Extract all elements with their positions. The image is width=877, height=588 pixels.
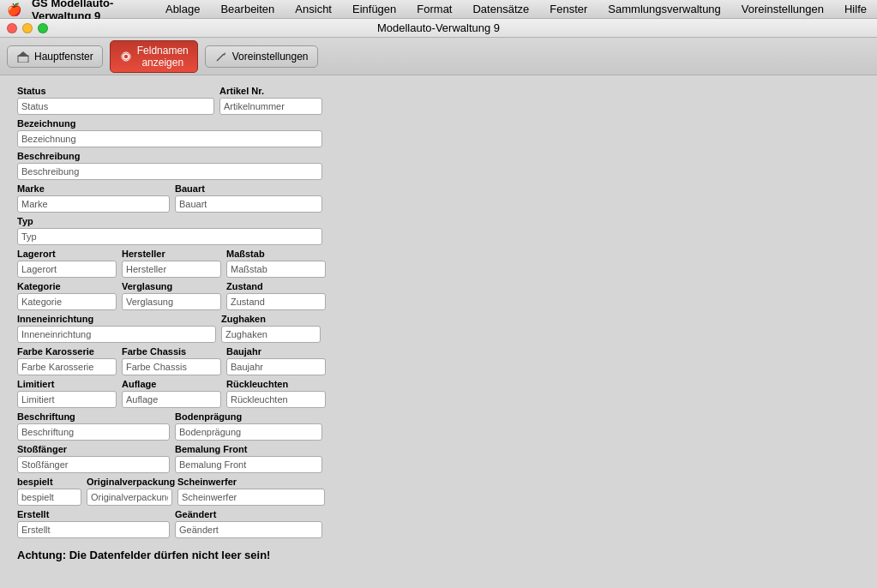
rueckleuchten-label: Rückleuchten bbox=[226, 379, 326, 389]
rueckleuchten-input[interactable] bbox=[226, 391, 326, 408]
kategorie-row: Kategorie Verglasung Zustand bbox=[17, 281, 860, 310]
beschreibung-row: Beschreibung bbox=[17, 151, 860, 180]
hersteller-label: Hersteller bbox=[122, 249, 221, 259]
menu-fenster[interactable]: Fenster bbox=[546, 3, 591, 15]
innen-zughaken-row: Inneneinrichtung Zughaken bbox=[17, 314, 860, 343]
status-input[interactable] bbox=[17, 98, 214, 115]
scheinwerfer-col: Scheinwerfer bbox=[177, 477, 325, 506]
status-row: Status Artikel Nr. bbox=[17, 86, 860, 115]
menu-items: Ablage Bearbeiten Ansicht Einfügen Forma… bbox=[162, 3, 870, 15]
bespielt-col: bespielt bbox=[17, 477, 81, 506]
baujahr-input[interactable] bbox=[226, 358, 326, 375]
bodenpraegung-label: Bodenprägung bbox=[175, 411, 322, 422]
titlebar: Modellauto-Verwaltung 9 bbox=[0, 19, 877, 38]
farbe-chassis-input[interactable] bbox=[122, 358, 221, 375]
farbe-row: Farbe Karosserie Farbe Chassis Baujahr bbox=[17, 346, 860, 375]
menu-hilfe[interactable]: Hilfe bbox=[841, 3, 870, 15]
farbe-karosserie-input[interactable] bbox=[17, 358, 117, 375]
bespielt-input[interactable] bbox=[17, 489, 81, 506]
kategorie-input[interactable] bbox=[17, 293, 117, 310]
hersteller-input[interactable] bbox=[122, 261, 221, 278]
svg-marker-1 bbox=[17, 51, 29, 57]
bemalung-front-col: Bemalung Front bbox=[175, 444, 322, 473]
zughaken-col: Zughaken bbox=[221, 314, 321, 343]
geaendert-input[interactable] bbox=[175, 521, 322, 538]
menu-datensaetze[interactable]: Datensätze bbox=[469, 3, 532, 15]
bauart-label: Bauart bbox=[175, 183, 322, 194]
beschreibung-col: Beschreibung bbox=[17, 151, 860, 180]
svg-rect-0 bbox=[18, 56, 28, 63]
marke-bauart-row: Marke Bauart bbox=[17, 183, 860, 213]
stossfaenger-col: Stoßfänger bbox=[17, 444, 170, 473]
feldnamen-button[interactable]: Feldnamen anzeigen bbox=[110, 40, 198, 73]
bodenpraegung-input[interactable] bbox=[175, 423, 322, 441]
zustand-input[interactable] bbox=[226, 293, 326, 310]
limitiert-input[interactable] bbox=[17, 391, 117, 408]
geaendert-label: Geändert bbox=[175, 509, 322, 519]
close-button[interactable] bbox=[7, 23, 17, 33]
beschriftung-row: Beschriftung Bodenprägung bbox=[17, 411, 860, 441]
menu-bearbeiten[interactable]: Bearbeiten bbox=[217, 3, 278, 15]
zughaken-input[interactable] bbox=[221, 326, 321, 343]
menu-sammlungsverwaltung[interactable]: Sammlungsverwaltung bbox=[604, 3, 724, 15]
lagerort-row: Lagerort Hersteller Maßstab bbox=[17, 249, 860, 278]
typ-input[interactable] bbox=[17, 228, 322, 245]
stossfaenger-input[interactable] bbox=[17, 456, 170, 473]
auflage-col: Auflage bbox=[122, 379, 221, 408]
massstab-input[interactable] bbox=[226, 261, 326, 278]
stossfaenger-row: Stoßfänger Bemalung Front bbox=[17, 444, 860, 473]
erstellt-row: Erstellt Geändert bbox=[17, 509, 860, 538]
limitiert-row: Limitiert Auflage Rückleuchten bbox=[17, 379, 860, 408]
originalverpackung-input[interactable] bbox=[87, 489, 172, 506]
bezeichnung-input[interactable] bbox=[17, 130, 322, 147]
apple-icon[interactable]: 🍎 bbox=[7, 3, 21, 16]
originalverpackung-col: Originalverpackung bbox=[87, 477, 172, 506]
bemalung-front-input[interactable] bbox=[175, 456, 322, 473]
inneneinrichtung-label: Inneneinrichtung bbox=[17, 314, 216, 324]
geaendert-col: Geändert bbox=[175, 509, 322, 538]
baujahr-col: Baujahr bbox=[226, 346, 326, 375]
window-title: Modellauto-Verwaltung 9 bbox=[377, 21, 500, 34]
limitiert-label: Limitiert bbox=[17, 379, 117, 389]
menu-ansicht[interactable]: Ansicht bbox=[291, 3, 335, 15]
svg-point-2 bbox=[123, 54, 129, 59]
hauptfenster-button[interactable]: Hauptfenster bbox=[7, 45, 103, 68]
erstellt-col: Erstellt bbox=[17, 509, 170, 538]
scheinwerfer-input[interactable] bbox=[177, 489, 325, 506]
inneneinrichtung-input[interactable] bbox=[17, 326, 216, 343]
typ-label: Typ bbox=[17, 216, 860, 226]
menubar: 🍎 GS Modellauto-Verwaltung 9 Ablage Bear… bbox=[0, 0, 877, 19]
beschriftung-input[interactable] bbox=[17, 423, 170, 441]
beschreibung-label: Beschreibung bbox=[17, 151, 860, 161]
maximize-button[interactable] bbox=[38, 23, 48, 33]
beschreibung-input[interactable] bbox=[17, 163, 322, 180]
marke-col: Marke bbox=[17, 183, 170, 213]
artikel-input[interactable] bbox=[219, 98, 322, 115]
inneneinrichtung-col: Inneneinrichtung bbox=[17, 314, 216, 343]
massstab-col: Maßstab bbox=[226, 249, 326, 278]
auflage-input[interactable] bbox=[122, 391, 221, 408]
marke-label: Marke bbox=[17, 183, 170, 194]
farbe-chassis-label: Farbe Chassis bbox=[122, 346, 221, 357]
status-col: Status bbox=[17, 86, 214, 115]
massstab-label: Maßstab bbox=[226, 249, 326, 259]
window-controls bbox=[7, 23, 48, 33]
hauptfenster-label: Hauptfenster bbox=[34, 51, 93, 63]
pencil-icon bbox=[214, 50, 228, 63]
menu-voreinstellungen[interactable]: Voreinstellungen bbox=[738, 3, 827, 15]
menu-ablage[interactable]: Ablage bbox=[162, 3, 203, 15]
menu-format[interactable]: Format bbox=[413, 3, 455, 15]
erstellt-input[interactable] bbox=[17, 521, 170, 538]
lagerort-input[interactable] bbox=[17, 261, 117, 278]
zughaken-label: Zughaken bbox=[221, 314, 321, 324]
marke-input[interactable] bbox=[17, 195, 170, 213]
bezeichnung-row: Bezeichnung bbox=[17, 118, 860, 147]
menu-einfuegen[interactable]: Einfügen bbox=[349, 3, 399, 15]
main-content: Status Artikel Nr. Bezeichnung Beschreib… bbox=[0, 75, 877, 588]
bemalung-front-label: Bemalung Front bbox=[175, 444, 322, 454]
bauart-input[interactable] bbox=[175, 195, 322, 213]
minimize-button[interactable] bbox=[22, 23, 33, 33]
verglasung-input[interactable] bbox=[122, 293, 221, 310]
voreinstellungen-button[interactable]: Voreinstellungen bbox=[205, 45, 318, 68]
svg-line-4 bbox=[217, 54, 224, 61]
